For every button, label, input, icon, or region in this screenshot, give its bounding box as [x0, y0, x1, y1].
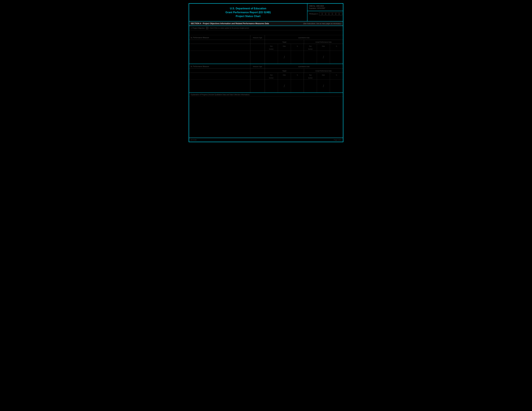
page-header: U.S. Department of Education Grant Perfo… [189, 4, 343, 21]
pm1a-sc-cols: Raw Number Ratio % Raw Number Ratio % [265, 44, 343, 51]
pm1b-data-cells: / / [265, 80, 343, 93]
pm1a-cell-ratio-a[interactable]: / [317, 51, 330, 64]
spacer-1 [189, 30, 343, 35]
award-label: PR/Award #: [309, 13, 318, 15]
pm1b-sc-left [189, 73, 250, 79]
award-field-5[interactable] [332, 12, 335, 15]
omb-block: OMB No. 1890-0004 Expiration: 10/31/2007 [307, 4, 343, 11]
status-update-text: Check if this is a status update for the… [209, 27, 249, 29]
pm1b-sc-pct-t: % [291, 73, 304, 79]
pm1a-data-left[interactable] [189, 51, 250, 64]
omb-number: OMB No. 1890-0004 [309, 5, 341, 7]
pm1a-cell-pct-t[interactable] [291, 51, 304, 64]
pm1b-sc-ratio-a: Ratio [317, 73, 330, 79]
pm1b-target-actual-row: Target Actual Performance Data [189, 69, 343, 73]
pm1b-measure-type-label: Measure Type [253, 66, 262, 67]
pm1a-target-group-label: Target [265, 40, 304, 44]
award-fields [319, 12, 342, 15]
performance-measure-1a-section: 1a. Performance Measure Measure Type Qua… [189, 35, 343, 64]
pm1b-cell-rn-t[interactable] [265, 80, 278, 93]
explanation-label: Explanation of Progress (Include Qualita… [189, 93, 343, 97]
pm1b-label: 1b. Performance Measure [190, 65, 209, 67]
pm1b-cell-rn-a[interactable] [304, 80, 317, 93]
pm1b-ta-mt-spacer [250, 69, 265, 73]
pm1b-sc-pct-a: % [330, 73, 343, 79]
section-a-title: SECTION A - Project Objectives Informati… [191, 22, 269, 25]
pm1a-header: 1a. Performance Measure Measure Type Qua… [189, 35, 343, 40]
pm1b-data-mt[interactable] [250, 80, 265, 93]
pm1b-sc-cols: Raw Number Ratio % Raw Number Ratio % [265, 73, 343, 79]
pm1a-data-mt[interactable] [250, 51, 265, 64]
award-field-1[interactable] [319, 12, 322, 15]
omb-expiration: Expiration: 10/31/2007 [309, 7, 341, 9]
pm1a-quantitative-header: Quantitative Data [265, 35, 343, 40]
pm1a-label-col: 1a. Performance Measure [189, 35, 250, 40]
pm1b-cell-pct-t[interactable] [291, 80, 304, 93]
pm1b-sc-rn-t: Raw Number [265, 73, 278, 79]
pm1a-cell-pct-a[interactable] [330, 51, 343, 64]
explanation-body[interactable] [189, 97, 343, 137]
page-container: U.S. Department of Education Grant Perfo… [189, 3, 343, 142]
pm1b-sc-rn-a: Raw Number [304, 73, 317, 79]
pm1a-target-actual-row: Target Actual Performance Data [189, 40, 343, 44]
pm1b-cell-pct-a[interactable] [330, 80, 343, 93]
award-field-7[interactable] [339, 12, 342, 15]
pm1b-cell-ratio-a[interactable]: / [317, 80, 330, 93]
status-update-checkbox[interactable] [206, 27, 208, 29]
award-block: PR/Award #: [307, 11, 343, 17]
project-objective-label: 1. Project Objective [191, 27, 205, 29]
page-footer: ED 524B Page 3 of 5 [189, 138, 343, 142]
pm1a-actual-group-label: Actual Performance Data [304, 40, 343, 44]
pm1a-data-row: / / [189, 51, 343, 64]
pm1a-cell-rn-a[interactable] [304, 51, 317, 64]
pm1b-ta-groups: Target Actual Performance Data [265, 69, 343, 73]
pm1a-ta-left-spacer [189, 40, 250, 44]
section-a-header: SECTION A - Project Objectives Informati… [189, 21, 343, 26]
pm1b-sc-mt [250, 73, 265, 79]
footer-page-number: Page 3 of 5 [334, 139, 341, 141]
award-field-4[interactable] [329, 12, 332, 15]
pm1a-sc-rn-t: Raw Number [265, 44, 278, 51]
footer-form-id: ED 524B [191, 139, 197, 141]
pm1a-label: 1a. Performance Measure [190, 37, 209, 38]
pm1a-quant-label: Quantitative Data [298, 37, 310, 38]
pm1b-actual-group-label: Actual Performance Data [304, 69, 343, 73]
header-info-block: OMB No. 1890-0004 Expiration: 10/31/2007… [307, 4, 343, 21]
pm1a-ta-mt-spacer [250, 40, 265, 44]
pm1a-sc-pct-a: % [330, 44, 343, 51]
pm1b-subcol-labels: Raw Number Ratio % Raw Number Ratio % [189, 73, 343, 80]
pm1b-target-group-label: Target [265, 69, 304, 73]
pm1a-subcol-labels: Raw Number Ratio % Raw Number Ratio % [189, 44, 343, 51]
pm1b-quant-label: Quantitative Data [298, 66, 310, 67]
pm1a-measure-type-label: Measure Type [253, 37, 262, 38]
explanation-section: Explanation of Progress (Include Qualita… [189, 93, 343, 138]
pm1b-cell-ratio-t[interactable]: / [278, 80, 291, 93]
pm1b-measure-type-header: Measure Type [250, 64, 265, 68]
pm1a-data-cells: / / [265, 51, 343, 64]
pm1b-quantitative-header: Quantitative Data [265, 64, 343, 68]
pm1b-label-col: 1b. Performance Measure [189, 64, 250, 68]
pm1a-sc-ratio-a: Ratio [317, 44, 330, 51]
pm1a-cell-rn-t[interactable] [265, 51, 278, 64]
award-field-3[interactable] [326, 12, 329, 15]
award-field-2[interactable] [323, 12, 325, 15]
pm1b-data-row: / / [189, 80, 343, 93]
pm1a-sc-left [189, 44, 250, 51]
award-field-6[interactable] [336, 12, 339, 15]
pm1b-ta-left-spacer [189, 69, 250, 73]
pm1a-sc-rn-a: Raw Number [304, 44, 317, 51]
header-title-block: U.S. Department of Education Grant Perfo… [189, 4, 307, 21]
pm1b-data-left[interactable] [189, 80, 250, 93]
pm1a-sc-mt [250, 44, 265, 51]
pm1b-header: 1b. Performance Measure Measure Type Qua… [189, 64, 343, 69]
pm1a-ta-groups: Target Actual Performance Data [265, 40, 343, 44]
pm1a-measure-type-header: Measure Type [250, 35, 265, 40]
pm1a-sc-ratio-t: Ratio [278, 44, 291, 51]
project-objective-row: 1. Project Objective Check if this is a … [189, 26, 343, 30]
pm1a-cell-ratio-t[interactable]: / [278, 51, 291, 64]
pm1b-sc-ratio-t: Ratio [278, 73, 291, 79]
performance-measure-1b-section: 1b. Performance Measure Measure Type Qua… [189, 64, 343, 93]
department-title: U.S. Department of Education Grant Perfo… [191, 7, 305, 18]
pm1a-sc-pct-t: % [291, 44, 304, 51]
section-a-note: (See Instructions. Use as many pages as … [303, 23, 341, 25]
